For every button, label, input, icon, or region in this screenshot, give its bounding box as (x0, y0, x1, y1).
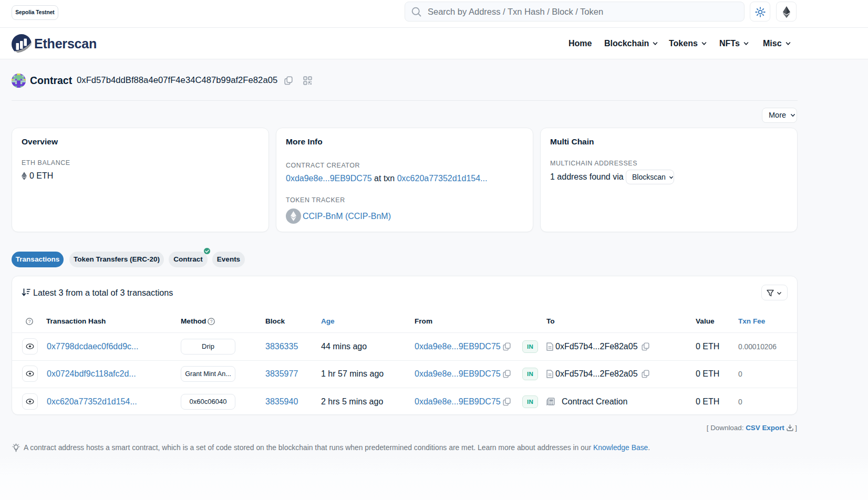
svg-text:?: ? (28, 319, 31, 324)
svg-text:?: ? (210, 319, 213, 324)
